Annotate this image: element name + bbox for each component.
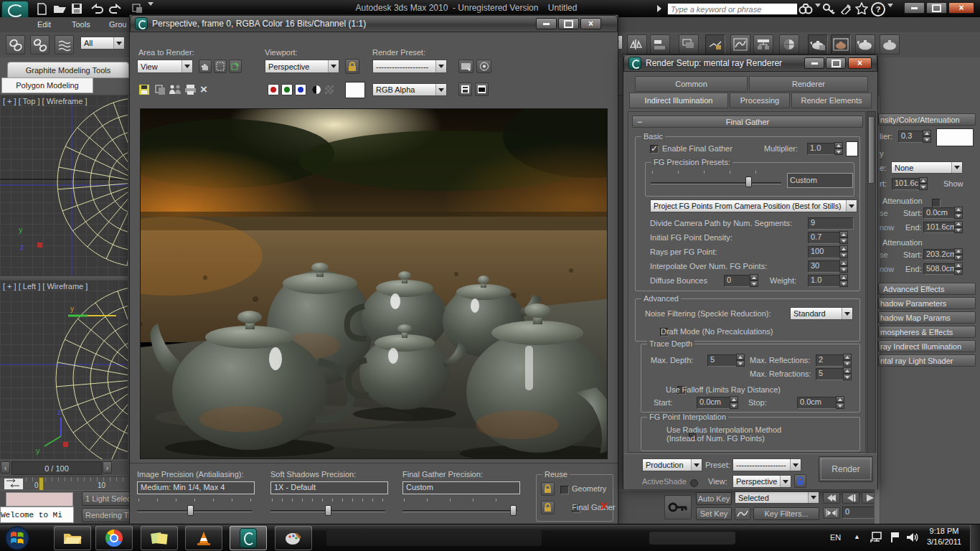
rfw-geometry-checkbox[interactable]	[560, 486, 569, 494]
help-icon[interactable]: ?	[871, 2, 885, 17]
tab-renderer[interactable]: Renderer	[749, 76, 868, 92]
max-depth-spinner[interactable]	[736, 354, 745, 367]
render-button[interactable]: Render	[819, 456, 873, 482]
divide-field[interactable]: 9	[808, 217, 854, 230]
panel-far-end-spinner[interactable]	[954, 263, 963, 275]
panel-rollout-advanced-effects[interactable]: Advanced Effects	[878, 283, 976, 295]
enable-fg-checkbox[interactable]	[650, 145, 659, 154]
communication-center-icon[interactable]	[839, 3, 852, 14]
rfw-viewport-lock-icon[interactable]	[345, 59, 359, 74]
render-production-icon[interactable]	[855, 34, 875, 55]
schematic-view-icon[interactable]	[753, 34, 773, 55]
set-key-big-button[interactable]	[664, 495, 692, 519]
interp-field[interactable]: 30	[808, 260, 844, 273]
dialog-scrollbar-thumb[interactable]	[868, 116, 875, 184]
material-editor-icon[interactable]	[779, 34, 799, 55]
rollout-collapse-icon[interactable]: −	[637, 117, 642, 127]
key-mode-toggle-icon[interactable]	[823, 507, 840, 519]
rfw-copy-image-icon[interactable]	[154, 84, 166, 95]
multiplier-spinner[interactable]	[834, 142, 843, 155]
preset-combo[interactable]: -------------------	[732, 458, 801, 471]
search-binoculars-icon[interactable]	[798, 3, 813, 14]
rfw-color-swatch[interactable]	[345, 82, 365, 98]
falloff-start-field[interactable]: 0.0cm	[697, 397, 734, 409]
rfw-edit-region-icon[interactable]	[229, 60, 242, 73]
rfw-preset-combo[interactable]: --------------------	[372, 60, 447, 73]
noise-combo[interactable]: Standard	[790, 307, 853, 320]
viewport-top[interactable]: y z [ + ] [ Top ] [ Wireframe ]	[0, 95, 128, 278]
redo-icon[interactable]	[108, 3, 124, 14]
layer-manager-icon[interactable]	[679, 34, 699, 55]
default-tangent-icon[interactable]	[735, 507, 750, 520]
infocenter-expand-icon[interactable]	[657, 5, 661, 12]
rfw-alpha-channel-icon[interactable]	[325, 85, 334, 94]
key-filters-button[interactable]: Key Filters...	[753, 507, 819, 520]
new-file-icon[interactable]	[36, 3, 48, 15]
scene-manage-icon[interactable]	[131, 3, 144, 14]
tray-language[interactable]: EN	[830, 533, 841, 542]
menu-edit[interactable]: Edit	[37, 20, 51, 29]
weight-field[interactable]: 1.0	[808, 275, 844, 287]
falloff-stop-spinner[interactable]	[836, 396, 844, 409]
panel-light-color-swatch[interactable]	[936, 128, 974, 146]
interp-spinner[interactable]	[839, 260, 848, 273]
app-restore-button[interactable]	[926, 2, 947, 14]
weight-spinner[interactable]	[839, 274, 848, 287]
viewport-left[interactable]: y z y [ + ] [ Left ] [ Wireframe ]	[0, 280, 128, 459]
view-combo[interactable]: Perspective	[732, 475, 791, 488]
subscription-key-icon[interactable]	[822, 3, 835, 14]
undo-icon[interactable]	[88, 3, 104, 14]
ribbon-tab-graphite[interactable]: Graphite Modeling Tools	[7, 62, 129, 78]
rfw-soft-shadows-field[interactable]: 1X - Default	[270, 481, 388, 494]
final-gather-rollout[interactable]: − Final Gather	[632, 116, 863, 128]
rfw-mono-channel-icon[interactable]	[311, 85, 321, 95]
rfw-compare-icon[interactable]	[475, 83, 489, 96]
taskbar-paint[interactable]	[275, 526, 312, 550]
start-button[interactable]	[4, 525, 30, 551]
fg-color-swatch[interactable]	[846, 141, 858, 156]
project-fg-combo[interactable]: Project FG Points From Camera Position (…	[650, 199, 857, 212]
panel-rollout-mr-light-shader[interactable]: ntal ray Light Shader	[878, 354, 976, 367]
rendered-frame-window-icon[interactable]	[831, 34, 851, 55]
panel-far-end-field[interactable]: 508.0cm	[923, 263, 958, 275]
set-key-button[interactable]: Set Key	[696, 507, 732, 520]
maxscript-listener-pink[interactable]	[6, 492, 73, 507]
fg-preset-slider-thumb[interactable]	[745, 176, 752, 187]
rfw-clear-fg-icon[interactable]: ×	[600, 498, 608, 514]
panel-far-start-field[interactable]: 203.2cm	[923, 249, 958, 260]
favorites-star-icon[interactable]	[855, 2, 868, 14]
panel-decay-type-combo[interactable]: None	[891, 161, 963, 174]
rfw-red-channel-icon[interactable]	[268, 84, 279, 95]
selection-filter-combo[interactable]: All	[80, 37, 125, 50]
rfw-fg-slider-thumb[interactable]	[510, 505, 517, 516]
viewport-left-label[interactable]: [ + ] [ Left ] [ Wireframe ]	[3, 282, 88, 291]
timeline-prev-button[interactable]: ‹	[1, 461, 10, 474]
tray-volume-icon[interactable]	[905, 531, 918, 544]
panel-rollout-mr-indirect[interactable]: ray Indirect Illumination	[878, 340, 976, 352]
rays-field[interactable]: 100	[808, 246, 844, 258]
rfw-img-precision-field[interactable]: Medium: Min 1/4, Max 4	[137, 481, 255, 494]
view-lock-icon[interactable]	[794, 474, 806, 488]
rfw-fg-slider-track[interactable]	[402, 510, 517, 512]
rfw-viewport-combo[interactable]: Perspective	[265, 60, 339, 73]
panel-show-checkbox[interactable]	[932, 199, 941, 207]
panel-multiplier-spinner[interactable]	[923, 130, 931, 143]
fg-preset-slider-track[interactable]	[651, 182, 781, 184]
graphite-toggle-icon[interactable]	[705, 34, 725, 55]
open-file-icon[interactable]	[53, 4, 67, 14]
go-to-start-icon[interactable]	[823, 492, 840, 504]
panel-decay-start-spinner[interactable]	[919, 177, 928, 190]
timeline-ruler[interactable]: 0 10	[0, 476, 128, 490]
rfw-soft-slider-thumb[interactable]	[325, 505, 331, 516]
panel-near-start-spinner[interactable]	[954, 207, 963, 219]
panel-near-end-field[interactable]: 101.6cm	[923, 222, 958, 233]
panel-rollout-shadow-parameters[interactable]: hadow Parameters	[878, 297, 976, 309]
rfw-environment-icon[interactable]	[476, 60, 491, 73]
tab-indirect-illumination[interactable]: Indirect Illumination	[629, 93, 728, 108]
rfw-minimize-button[interactable]	[536, 18, 557, 29]
panel-near-end-spinner[interactable]	[954, 221, 963, 233]
rfw-save-image-icon[interactable]	[138, 84, 150, 95]
rfw-area-combo[interactable]: View	[137, 60, 193, 73]
rfw-reuse-fg-lock-icon[interactable]	[541, 501, 555, 514]
unlink-icon[interactable]	[30, 35, 50, 55]
